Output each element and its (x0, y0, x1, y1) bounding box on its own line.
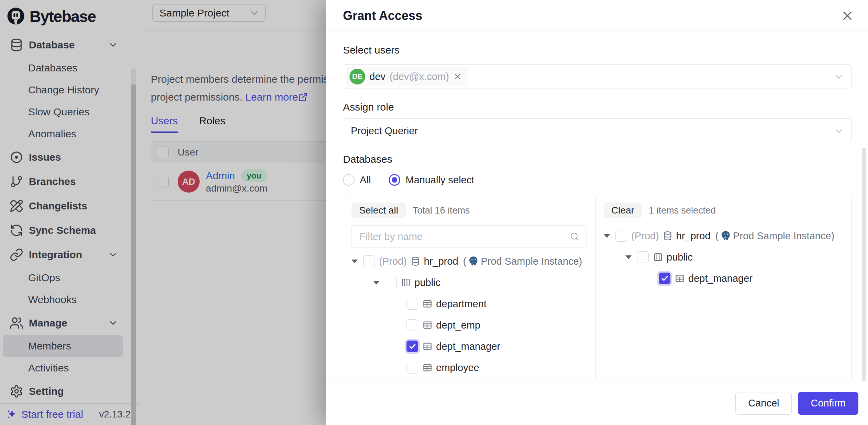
chevron-down-icon (833, 71, 844, 82)
expand-arrow-icon[interactable] (625, 255, 637, 259)
radio-circle[interactable] (343, 174, 355, 186)
tree-checkbox[interactable] (407, 362, 418, 374)
expand-arrow-icon[interactable] (352, 260, 363, 263)
tree-row-table[interactable]: dept_manager (395, 336, 595, 357)
clear-button[interactable]: Clear (604, 203, 642, 218)
tree-row-table[interactable]: employee (395, 357, 595, 378)
transfer-source-panel: Select all Total 16 items Filter by name… (343, 195, 596, 381)
tree-row-schema[interactable]: public (373, 272, 595, 293)
modal-footer: Cancel Confirm (326, 381, 868, 425)
tree-row-instance[interactable]: (Prod) hr_prod ( Prod Sample Instance) (352, 251, 595, 272)
close-icon[interactable] (841, 10, 854, 22)
chip-user-email: (dev@x.com) (390, 71, 449, 82)
postgresql-icon (468, 256, 479, 267)
table-icon (422, 299, 433, 309)
radio-all[interactable]: All (343, 174, 371, 186)
tree-checkbox[interactable] (385, 277, 397, 288)
modal-header: Grant Access (326, 0, 868, 32)
filter-input[interactable]: Filter by name (352, 225, 587, 248)
tree-row-instance[interactable]: (Prod) hr_prod ( Prod Sample Instance) (604, 225, 851, 246)
radio-circle-selected[interactable] (389, 174, 400, 186)
cancel-button[interactable]: Cancel (735, 392, 792, 415)
role-select-value: Project Querier (351, 125, 418, 137)
confirm-button[interactable]: Confirm (798, 392, 858, 415)
avatar: DE (349, 69, 365, 84)
database-scope-radios: All Manually select (343, 174, 852, 186)
transfer-target-panel: Clear 1 items selected (Prod) hr_prod ( … (596, 195, 851, 381)
tree-checkbox-checked[interactable] (659, 273, 670, 284)
target-tree: (Prod) hr_prod ( Prod Sample Instance) (596, 225, 851, 289)
user-chip: DE dev (dev@x.com) (347, 67, 468, 86)
table-icon (422, 363, 433, 373)
tree-checkbox[interactable] (637, 251, 649, 263)
schema-icon (653, 252, 663, 262)
tree-checkbox[interactable] (615, 230, 627, 242)
modal-title: Grant Access (343, 9, 422, 23)
database-icon (663, 231, 673, 241)
chip-user-name: dev (369, 71, 386, 82)
tree-row-table[interactable]: dept_manager (647, 268, 851, 289)
role-select[interactable]: Project Querier (343, 118, 852, 143)
total-items-label: Total 16 items (413, 205, 470, 216)
modal-body: Select users DE dev (dev@x.com) Assign r… (326, 44, 868, 382)
tree-checkbox[interactable] (407, 319, 418, 331)
tree-checkbox[interactable] (363, 255, 375, 267)
radio-manually-select[interactable]: Manually select (389, 174, 474, 186)
databases-label: Databases (343, 153, 852, 165)
filter-placeholder: Filter by name (359, 231, 423, 242)
table-icon (675, 273, 685, 284)
tree-row-table[interactable]: department (395, 293, 595, 314)
expand-arrow-icon[interactable] (604, 234, 615, 238)
postgresql-icon (720, 230, 731, 241)
tree-row-table[interactable]: dept_emp (395, 314, 595, 336)
selected-items-label: 1 items selected (649, 205, 716, 216)
tree-row-schema[interactable]: public (625, 246, 851, 268)
user-multiselect[interactable]: DE dev (dev@x.com) (343, 64, 852, 89)
expand-arrow-icon[interactable] (373, 281, 385, 285)
table-icon (422, 320, 433, 330)
database-icon (410, 256, 421, 266)
source-tree: (Prod) hr_prod ( Prod Sample Instance) (343, 251, 595, 378)
chevron-down-icon (833, 126, 844, 137)
tree-checkbox-checked[interactable] (407, 341, 418, 352)
table-icon (422, 341, 433, 352)
search-icon (569, 231, 580, 242)
tree-checkbox[interactable] (407, 298, 418, 310)
schema-icon (401, 277, 411, 288)
database-transfer: Select all Total 16 items Filter by name… (343, 195, 852, 382)
modal-scrollbar-thumb[interactable] (862, 148, 866, 381)
grant-access-modal: Grant Access Select users DE dev (dev@x.… (326, 0, 868, 425)
select-users-label: Select users (343, 44, 852, 56)
select-all-button[interactable]: Select all (352, 203, 406, 218)
assign-role-label: Assign role (343, 101, 852, 113)
remove-chip-icon[interactable] (453, 72, 462, 81)
